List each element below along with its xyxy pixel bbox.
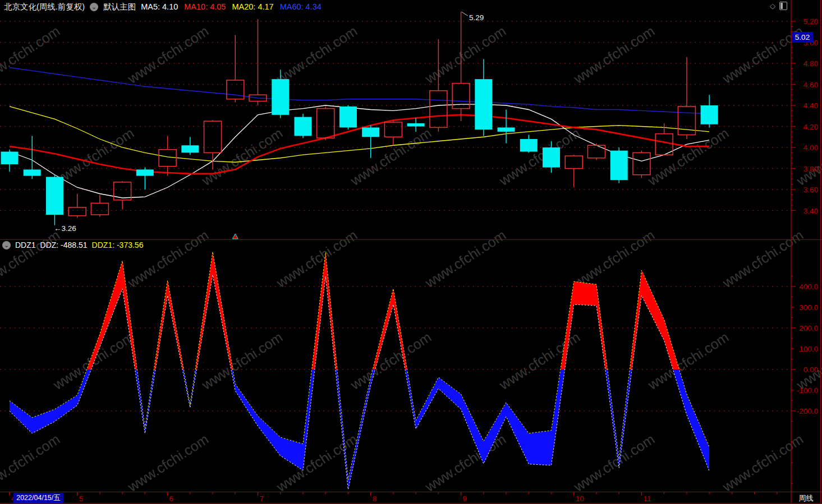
candle-up xyxy=(91,203,108,215)
candle-down xyxy=(46,177,63,215)
candle-down xyxy=(181,145,199,152)
month-label-7: 7 xyxy=(260,494,264,503)
current-price-badge: 5.02 xyxy=(792,32,813,43)
candle-up xyxy=(565,156,582,169)
ma-label-0: MA5: 4.10 xyxy=(141,2,178,11)
candle-up xyxy=(430,91,447,128)
watermark-text: www.cfchi.com xyxy=(496,329,583,393)
price-axis-label: 4.40 xyxy=(803,101,818,110)
watermark-text: www.cfchi.com xyxy=(125,23,212,87)
month-label-10: 10 xyxy=(576,494,584,503)
price-axis-label: 4.20 xyxy=(803,123,818,131)
watermark-text: www.cfchi.com xyxy=(347,329,434,393)
ddz-axis-label: 0.00 xyxy=(803,366,818,374)
ddz-axis-label: -100.0 xyxy=(797,386,818,395)
watermark-text: www.cfchi.com xyxy=(199,125,286,189)
candle-down xyxy=(272,79,289,115)
watermark-text: www.cfchi.com xyxy=(347,125,434,189)
month-label-8: 8 xyxy=(373,494,377,503)
price-axis-label: 4.00 xyxy=(803,144,818,152)
candle-down xyxy=(24,169,41,175)
page-title: 北京文化(周线.前复权) xyxy=(4,2,85,12)
cursor-date-badge: 2022/04/15/五 xyxy=(13,493,63,503)
month-label-11: 11 xyxy=(643,494,651,503)
main-chart-label: 默认主图 xyxy=(103,2,136,12)
ma-label-1: MA10: 4.05 xyxy=(184,2,226,11)
diamond-icon[interactable]: ◇ xyxy=(770,2,775,10)
price-axis-label: 4.80 xyxy=(803,59,818,68)
watermark-text: www.cfchi.com xyxy=(571,23,658,87)
ma-label-3: MA60: 4.34 xyxy=(280,2,322,11)
candle-down xyxy=(475,79,492,130)
month-label-6: 6 xyxy=(169,494,174,503)
watermark-text: www.cfchi.com xyxy=(793,125,822,189)
ma-legend: MA5: 4.10MA10: 4.05MA20: 4.17MA60: 4.34 xyxy=(141,2,322,11)
chart-header: 北京文化(周线.前复权) ⌄ 默认主图 MA5: 4.10MA10: 4.05M… xyxy=(0,0,822,13)
watermark-text: www.cfchi.com xyxy=(273,23,360,87)
candle-down xyxy=(294,117,311,136)
ma-label-2: MA20: 4.17 xyxy=(232,2,273,11)
ddz-axis-label: 400.0 xyxy=(799,283,818,291)
low-price-annotation: ←3.26 xyxy=(54,224,76,233)
header-toolbar: ◇ xyxy=(770,2,787,10)
price-axis-label: 4.60 xyxy=(803,81,818,89)
chevron-down-icon[interactable]: ⌄ xyxy=(2,241,11,249)
month-label-5: 5 xyxy=(79,494,84,503)
watermark-text: www.cfchi.com xyxy=(719,227,806,291)
watermark-text: www.cfchi.com xyxy=(422,23,509,87)
candle-up xyxy=(68,207,86,216)
watermark-text: www.cfchi.com xyxy=(199,329,286,393)
chart-canvas: www.cfchi.comwww.cfchi.comwww.cfchi.comw… xyxy=(0,0,822,504)
candle-up xyxy=(587,145,605,158)
period-selector[interactable]: 周线 xyxy=(792,493,820,503)
stock-chart-app: www.cfchi.comwww.cfchi.comwww.cfchi.comw… xyxy=(0,0,822,504)
candle-up xyxy=(227,80,244,99)
candle-down xyxy=(407,123,425,127)
watermark-text: www.cfchi.com xyxy=(0,431,62,495)
watermark-text: www.cfchi.com xyxy=(496,125,583,189)
ddz-axis-label: 100.0 xyxy=(799,345,818,353)
candle-down xyxy=(136,169,154,175)
watermark-text: www.cfchi.com xyxy=(273,227,360,291)
ddz-axis-label: 300.0 xyxy=(799,303,818,312)
watermark-text: www.cfchi.com xyxy=(571,431,658,495)
price-axis-label: 3.40 xyxy=(803,207,818,215)
candle-up xyxy=(204,121,222,152)
candle-up xyxy=(633,152,650,174)
ddz-positive-area xyxy=(10,252,709,489)
panel-layout-icon[interactable] xyxy=(779,2,787,10)
watermark-text: www.cfchi.com xyxy=(422,227,509,291)
candle-down xyxy=(610,151,628,181)
watermark-text: www.cfchi.com xyxy=(125,431,212,495)
candle-down xyxy=(701,105,718,124)
watermark-text: www.cfchi.com xyxy=(0,23,62,87)
watermark-text: www.cfchi.com xyxy=(645,329,732,393)
ddz-value: DDZ: -488.51 xyxy=(40,241,88,249)
candle-down xyxy=(1,152,19,165)
high-price-annotation: 5.29 xyxy=(469,13,484,22)
candle-down xyxy=(498,127,515,132)
watermark-text: www.cfchi.com xyxy=(422,431,509,495)
ddz-axis-label: -200.0 xyxy=(797,407,818,415)
price-axis-label: 3.80 xyxy=(803,165,818,173)
ma-line-ma60 xyxy=(10,68,709,114)
candle-up xyxy=(317,109,334,138)
candle-down xyxy=(339,107,357,128)
chevron-down-icon[interactable]: ⌄ xyxy=(90,3,98,11)
ddz1-line xyxy=(10,252,709,480)
month-label-9: 9 xyxy=(463,494,467,503)
watermark-text: www.cfchi.com xyxy=(793,329,822,393)
candle-down xyxy=(543,147,560,168)
candle-up xyxy=(384,122,402,137)
watermark-text: www.cfchi.com xyxy=(125,227,212,291)
indicator-name: DDZ1 xyxy=(15,241,36,249)
watermark-text: www.cfchi.com xyxy=(0,227,62,291)
price-axis-label: 5.20 xyxy=(803,17,818,26)
candle-down xyxy=(362,127,379,137)
candle-up xyxy=(678,107,695,135)
candle-up xyxy=(159,150,176,167)
ddz1-value: DDZ1: -373.56 xyxy=(92,241,144,249)
candle-down xyxy=(520,139,538,152)
signal-marker-icon xyxy=(232,234,238,239)
price-axis-label: 3.60 xyxy=(803,186,818,194)
